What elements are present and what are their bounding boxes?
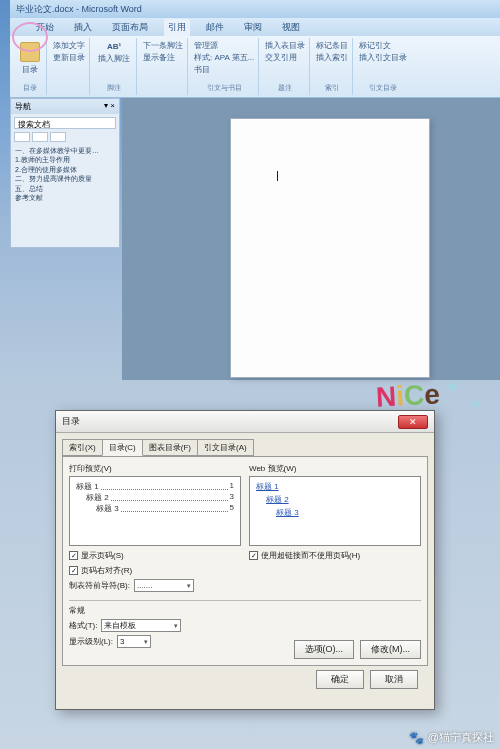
word-window: 毕业论文.docx - Microsoft Word 开始 插入 页面布局 引用… xyxy=(10,0,500,380)
nav-item[interactable]: 二、努力提高课件的质量 xyxy=(15,174,115,183)
group-citations: 管理源 样式: APA 第五... 书目 引文与书目 xyxy=(190,38,259,95)
nav-item[interactable]: 2.合理的使用多媒体 xyxy=(15,165,115,174)
paw-icon: 🐾 xyxy=(409,731,424,745)
web-link: 标题 3 xyxy=(256,507,414,518)
group-label-toa: 引文目录 xyxy=(359,83,407,93)
web-preview-label: Web 预览(W) xyxy=(249,463,421,474)
group-footnotes-extra: 下一条脚注 显示备注 xyxy=(139,38,188,95)
dialog-title: 目录 xyxy=(62,415,80,428)
modify-button[interactable]: 修改(M)... xyxy=(360,640,421,659)
group-toa: 标记引文 插入引文目录 引文目录 xyxy=(355,38,411,95)
levels-label: 显示级别(L): xyxy=(69,636,113,647)
mark-citation-button[interactable]: 标记引文 xyxy=(359,40,407,51)
ribbon: 目录 目录 添加文字 更新目录 AB¹ 插入脚注 脚注 下一条脚注 xyxy=(10,36,500,98)
ok-button[interactable]: 确定 xyxy=(316,670,364,689)
nav-item[interactable]: 参考文献 xyxy=(15,193,115,202)
nav-tree: 一、在多媒体教学中更要… 1.教师的主导作用 2.合理的使用多媒体 二、努力提高… xyxy=(11,144,119,205)
nice-sticker: NiCe xyxy=(375,378,440,413)
group-label-toc: 目录 xyxy=(18,83,42,93)
sparkle-icon: ✦ xyxy=(445,376,460,398)
nav-tab-results[interactable] xyxy=(50,132,66,142)
group-label-footnotes: 脚注 xyxy=(96,83,132,93)
dlg-tab-toc[interactable]: 目录(C) xyxy=(102,439,143,456)
cancel-button[interactable]: 取消 xyxy=(370,670,418,689)
document-area xyxy=(122,98,500,380)
style-dropdown[interactable]: 样式: APA 第五... xyxy=(194,52,254,63)
print-preview-box: 标题 11 标题 23 标题 35 xyxy=(69,476,241,546)
group-label-citations: 引文与书目 xyxy=(194,83,254,93)
dialog-close-button[interactable]: ✕ xyxy=(398,415,428,429)
tab-leader-select[interactable]: ....... xyxy=(134,579,194,592)
web-link: 标题 2 xyxy=(256,494,414,505)
web-preview-box: 标题 1 标题 2 标题 3 xyxy=(249,476,421,546)
group-footnotes: AB¹ 插入脚注 脚注 xyxy=(92,38,137,95)
add-text-button[interactable]: 添加文字 xyxy=(53,40,85,51)
tab-mail[interactable]: 邮件 xyxy=(202,19,228,36)
insert-toa-button[interactable]: 插入引文目录 xyxy=(359,52,407,63)
tab-home[interactable]: 开始 xyxy=(32,19,58,36)
group-label-captions: 题注 xyxy=(265,83,305,93)
format-label: 格式(T): xyxy=(69,620,97,631)
watermark: 🐾 @猫宁真探社 xyxy=(409,730,494,745)
format-select[interactable]: 来自模板 xyxy=(101,619,181,632)
show-pages-checkbox[interactable]: ✓显示页码(S) xyxy=(69,550,241,561)
dlg-tab-authorities[interactable]: 引文目录(A) xyxy=(197,439,254,456)
general-label: 常规 xyxy=(69,605,421,616)
right-align-checkbox[interactable]: ✓页码右对齐(R) xyxy=(69,565,241,576)
nav-close-icon[interactable]: ▾ × xyxy=(104,101,115,112)
nav-tabs xyxy=(14,132,116,142)
mark-entry-button[interactable]: 标记条目 xyxy=(316,40,348,51)
options-button[interactable]: 选项(O)... xyxy=(294,640,355,659)
group-captions: 插入表目录 交叉引用 题注 xyxy=(261,38,310,95)
tab-references[interactable]: 引用 xyxy=(164,19,190,36)
nav-tab-pages[interactable] xyxy=(32,132,48,142)
tab-insert[interactable]: 插入 xyxy=(70,19,96,36)
nav-item[interactable]: 1.教师的主导作用 xyxy=(15,155,115,164)
text-cursor xyxy=(277,171,278,181)
tab-layout[interactable]: 页面布局 xyxy=(108,19,152,36)
page[interactable] xyxy=(230,118,430,378)
nav-header: 导航 ▾ × xyxy=(11,99,119,114)
insert-tof-button[interactable]: 插入表目录 xyxy=(265,40,305,51)
toc-button[interactable]: 目录 xyxy=(18,40,42,77)
print-preview-label: 打印预览(V) xyxy=(69,463,241,474)
web-link: 标题 1 xyxy=(256,481,414,492)
group-toc: 目录 目录 xyxy=(14,38,47,95)
title-bar: 毕业论文.docx - Microsoft Word xyxy=(10,0,500,18)
group-index: 标记条目 插入索引 索引 xyxy=(312,38,353,95)
next-footnote-button[interactable]: 下一条脚注 xyxy=(143,40,183,51)
insert-index-button[interactable]: 插入索引 xyxy=(316,52,348,63)
doc-title: 毕业论文.docx - Microsoft Word xyxy=(16,3,142,16)
dlg-tab-figures[interactable]: 图表目录(F) xyxy=(142,439,198,456)
tab-review[interactable]: 审阅 xyxy=(240,19,266,36)
sparkle-icon: ✦ xyxy=(470,396,482,412)
update-toc-button[interactable]: 更新目录 xyxy=(53,52,85,63)
nav-tab-headings[interactable] xyxy=(14,132,30,142)
toc-icon xyxy=(20,42,40,62)
levels-spinner[interactable]: 3 xyxy=(117,635,151,648)
cross-ref-button[interactable]: 交叉引用 xyxy=(265,52,305,63)
show-notes-button[interactable]: 显示备注 xyxy=(143,52,183,63)
nav-item[interactable]: 一、在多媒体教学中更要… xyxy=(15,146,115,155)
tab-leader-label: 制表符前导符(B): xyxy=(69,580,130,591)
toc-dialog: 目录 ✕ 索引(X) 目录(C) 图表目录(F) 引文目录(A) 打印预览(V)… xyxy=(55,410,435,710)
nav-item[interactable]: 五、总结 xyxy=(15,184,115,193)
navigation-pane: 导航 ▾ × 搜索文档 一、在多媒体教学中更要… 1.教师的主导作用 2.合理的… xyxy=(10,98,120,248)
dlg-tab-index[interactable]: 索引(X) xyxy=(62,439,103,456)
bibliography-button[interactable]: 书目 xyxy=(194,64,254,75)
tab-view[interactable]: 视图 xyxy=(278,19,304,36)
insert-footnote-button[interactable]: AB¹ 插入脚注 xyxy=(96,40,132,66)
nav-search-input[interactable]: 搜索文档 xyxy=(14,117,116,129)
manage-sources-button[interactable]: 管理源 xyxy=(194,40,254,51)
dialog-title-bar[interactable]: 目录 ✕ xyxy=(56,411,434,433)
dialog-tab-panel: 打印预览(V) 标题 11 标题 23 标题 35 ✓显示页码(S) ✓页码右对… xyxy=(62,456,428,666)
group-label-index: 索引 xyxy=(316,83,348,93)
dialog-tabs: 索引(X) 目录(C) 图表目录(F) 引文目录(A) xyxy=(62,439,428,456)
group-toc-extra: 添加文字 更新目录 xyxy=(49,38,90,95)
ribbon-tabs: 开始 插入 页面布局 引用 邮件 审阅 视图 xyxy=(10,18,500,36)
use-hyperlinks-checkbox[interactable]: ✓使用超链接而不使用页码(H) xyxy=(249,550,421,561)
